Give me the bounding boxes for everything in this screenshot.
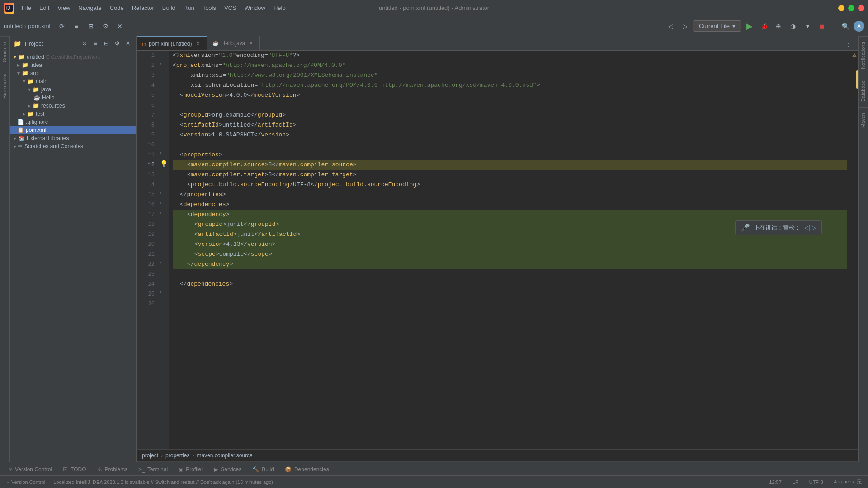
structure-tab[interactable]: Structure (0, 36, 9, 68)
code-line-26 (173, 299, 847, 309)
code-line-24: </dependencies> (173, 279, 847, 289)
run-button[interactable]: ▶ (743, 20, 756, 33)
collapse-all-button[interactable]: ⊟ (85, 20, 97, 33)
profiler-tab[interactable]: ◉ Profiler (173, 462, 208, 475)
fold-line15[interactable]: ▾ (159, 190, 162, 196)
code-line-21: <scope>compile</scope> (173, 249, 847, 259)
sync-button[interactable]: ⟳ (56, 20, 68, 33)
menu-navigate[interactable]: Navigate (75, 3, 105, 13)
tab-hello-java[interactable]: ☕ Hello.java ✕ (207, 36, 260, 50)
statusbar-encoding[interactable]: UTF-8 (807, 479, 826, 486)
gitignore-icon: 📄 (17, 119, 24, 125)
breadcrumb-project[interactable]: project (142, 452, 158, 459)
pom-tab-icon: m (142, 41, 146, 47)
current-file-dropdown[interactable]: Current File ▾ (693, 20, 741, 32)
dependencies-tab[interactable]: 📦 Dependencies (279, 462, 335, 475)
menu-file[interactable]: File (18, 3, 35, 13)
tab-pom-xml[interactable]: m pom.xml (untitled) ✕ (137, 36, 207, 50)
tree-idea[interactable]: ▸ 📁 .idea (10, 61, 136, 69)
project-settings-btn[interactable]: ⚙ (113, 39, 122, 48)
fold-line17[interactable]: ▾ (159, 210, 162, 216)
problems-tab[interactable]: ⚠ Problems (92, 462, 133, 475)
code-line-23 (173, 269, 847, 279)
lightbulb-icon[interactable]: 💡 (160, 160, 168, 168)
profile-button[interactable]: ◑ (787, 20, 799, 33)
fold-line24[interactable]: ▾ (159, 289, 162, 295)
stop-button[interactable]: ◼ (816, 20, 828, 33)
root-folder-icon: 📁 (18, 54, 25, 60)
breadcrumb-bar: project › properties › maven.compiler.so… (137, 449, 858, 462)
back-button[interactable]: ◁ (664, 20, 677, 33)
tree-resources[interactable]: ▸ 📁 resources (10, 102, 136, 110)
breadcrumb-compiler-source[interactable]: maven.compiler.source (197, 452, 252, 459)
tree-pom-xml[interactable]: 📋 pom.xml (10, 126, 136, 134)
hello-tab-close[interactable]: ✕ (248, 40, 254, 47)
breadcrumb-properties[interactable]: properties (165, 452, 189, 459)
tree-external-libraries[interactable]: ▸ 📚 External Libraries (10, 134, 136, 142)
todo-label: TODO (71, 466, 86, 473)
minimize-button[interactable] (838, 5, 844, 11)
project-sync-btn[interactable]: ⊙ (80, 39, 89, 48)
fold-line11[interactable]: ▾ (159, 150, 162, 156)
project-name[interactable]: untitled (4, 23, 23, 29)
tree-scratches[interactable]: ▸ ✏ Scratches and Consoles (10, 142, 136, 150)
search-everywhere-button[interactable]: 🔍 (839, 20, 852, 33)
menu-help[interactable]: Help (270, 3, 289, 13)
project-expand-btn[interactable]: ≡ (91, 39, 100, 48)
tree-java[interactable]: ▾ 📁 java (10, 85, 136, 94)
menu-vcs[interactable]: VCS (221, 3, 240, 13)
user-button[interactable]: A (854, 21, 864, 32)
menu-edit[interactable]: Edit (36, 3, 53, 13)
menu-build[interactable]: Build (159, 3, 179, 13)
coverage-button[interactable]: ⊕ (772, 20, 785, 33)
tabs-more-button[interactable]: ⋮ (842, 38, 854, 50)
tree-gitignore[interactable]: 📄 .gitignore (10, 118, 136, 126)
expand-all-button[interactable]: ≡ (70, 20, 83, 33)
close-button[interactable] (858, 5, 864, 11)
debug-button[interactable]: 🐞 (758, 20, 770, 33)
fold-line2[interactable]: ▾ (159, 61, 162, 66)
tree-main[interactable]: ▾ 📁 main (10, 77, 136, 85)
statusbar-vcs[interactable]: ⑂ Version Control (4, 479, 48, 486)
version-control-tab[interactable]: ⑂ Version Control (4, 462, 57, 475)
maximize-button[interactable] (848, 5, 854, 11)
ai-forward-arrow[interactable]: ▷ (811, 223, 816, 232)
database-tab[interactable]: Database (859, 75, 868, 107)
statusbar-line-ending[interactable]: LF (790, 479, 801, 486)
menu-run[interactable]: Run (180, 3, 198, 13)
more-run-button[interactable]: ▾ (801, 20, 814, 33)
services-tab[interactable]: ▶ Services (208, 462, 247, 475)
line-17: 17 (137, 210, 159, 220)
file-name[interactable]: pom.xml (28, 23, 50, 29)
menu-refactor[interactable]: Refactor (128, 3, 158, 13)
ai-back-arrow[interactable]: ◁ (804, 223, 810, 232)
todo-tab[interactable]: ☑ TODO (57, 462, 91, 475)
menu-code[interactable]: Code (106, 3, 127, 13)
maven-tab[interactable]: Maven (859, 107, 868, 133)
statusbar-time[interactable]: 12:57 (766, 479, 784, 486)
tree-test[interactable]: ▸ 📁 test (10, 110, 136, 118)
statusbar-indent[interactable]: 4 spaces: 无 (831, 478, 864, 486)
tree-src[interactable]: ▾ 📁 src (10, 69, 136, 77)
menu-window[interactable]: Window (241, 3, 269, 13)
fold-line16[interactable]: ▾ (159, 200, 162, 206)
menu-view[interactable]: View (54, 3, 74, 13)
project-collapse-btn[interactable]: ⊟ (102, 39, 111, 48)
fold-line22[interactable]: ▾ (159, 259, 162, 265)
settings-button[interactable]: ⚙ (99, 20, 112, 33)
project-hide-btn[interactable]: ✕ (123, 39, 132, 48)
build-tab[interactable]: 🔨 Build (247, 462, 279, 475)
code-lines[interactable]: <?xml version="1.0" encoding="UTF-8"?> <… (169, 51, 851, 449)
bookmarks-tab[interactable]: Bookmarks (0, 68, 9, 104)
hello-tab-label: Hello.java (222, 40, 245, 47)
tree-root[interactable]: ▾ 📁 untitled E:\Java\IdeaProjects\unt (10, 53, 136, 61)
pom-tab-close[interactable]: ✕ (195, 41, 201, 47)
forward-button[interactable]: ▷ (679, 20, 691, 33)
menu-tools[interactable]: Tools (199, 3, 220, 13)
notifications-tab[interactable]: Notifications (859, 36, 868, 75)
warning-panel: ⚠ 1 (851, 51, 858, 60)
code-editor[interactable]: 1 2 3 4 5 6 7 8 9 10 11 12 13 14 (137, 51, 851, 449)
tree-hello[interactable]: ☕ Hello (10, 94, 136, 102)
hide-panel-button[interactable]: ✕ (113, 20, 126, 33)
terminal-tab[interactable]: >_ Terminal (133, 462, 173, 475)
